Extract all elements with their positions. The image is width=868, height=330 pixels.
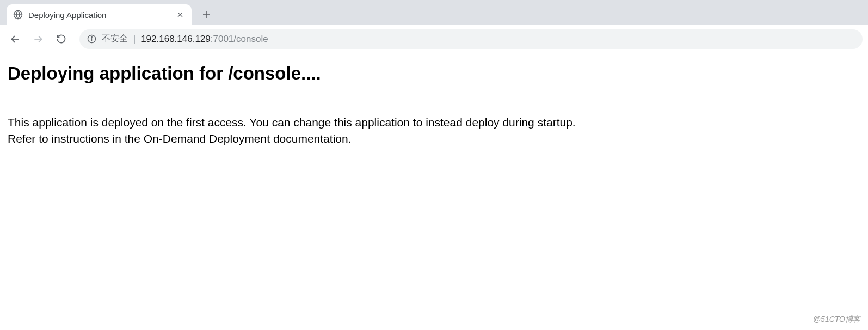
tab-title: Deploying Application [28, 10, 170, 20]
forward-button[interactable] [28, 29, 48, 49]
svg-point-10 [91, 36, 92, 37]
url-port-path: :7001/console [211, 34, 268, 44]
page-paragraph: This application is deployed on the firs… [8, 114, 860, 148]
security-label: 不安全 [102, 33, 128, 45]
paragraph-line-1: This application is deployed on the firs… [8, 116, 576, 129]
browser-toolbar: 不安全 | 192.168.146.129:7001/console [0, 25, 868, 53]
tab-strip: Deploying Application [0, 0, 868, 25]
close-icon[interactable] [175, 10, 185, 20]
browser-tab[interactable]: Deploying Application [7, 4, 192, 25]
url-text: 192.168.146.129:7001/console [141, 34, 268, 45]
back-button[interactable] [5, 29, 25, 49]
address-bar[interactable]: 不安全 | 192.168.146.129:7001/console [79, 29, 863, 49]
info-icon[interactable] [87, 34, 96, 44]
url-host: 192.168.146.129 [141, 34, 211, 44]
paragraph-line-2: Refer to instructions in the On-Demand D… [8, 132, 352, 145]
globe-icon [13, 10, 23, 20]
page-heading: Deploying application for /console.... [8, 63, 860, 84]
reload-button[interactable] [51, 29, 71, 49]
address-divider: | [133, 34, 136, 44]
new-tab-button[interactable] [198, 7, 214, 23]
watermark: @51CTO博客 [813, 315, 860, 325]
page-content: Deploying application for /console.... T… [0, 53, 868, 157]
